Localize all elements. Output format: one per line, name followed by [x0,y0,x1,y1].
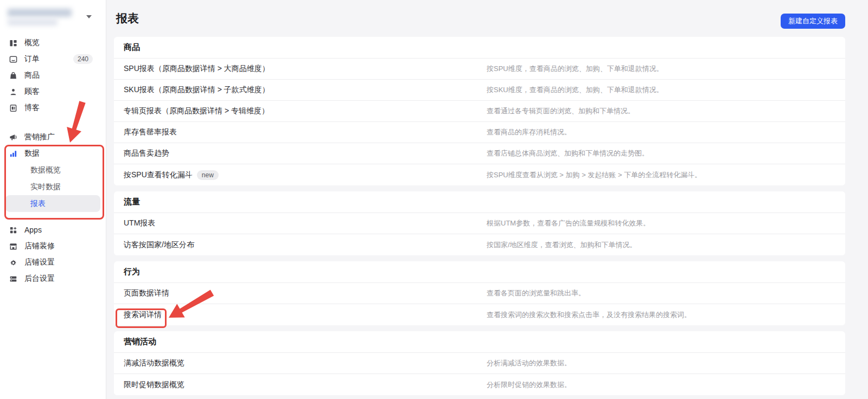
sidebar-group-divider [0,116,106,129]
sidebar-item-apps[interactable]: Apps [0,222,106,238]
report-desc: 按国家/地区维度，查看浏览、加购和下单情况。 [487,240,637,250]
report-section-products: 商品 SPU报表（原商品数据详情 > 大商品维度） 按SPU维度，查看商品的浏览… [114,37,845,185]
report-desc: 查看搜索词的搜索次数和搜索点击率，及没有搜索结果的搜索词。 [487,310,691,320]
sidebar-subitem-label: 报表 [30,199,46,209]
sidebar-subitem-label: 实时数据 [30,182,61,192]
sidebar-item-admin-settings[interactable]: 后台设置 [0,271,106,287]
store-logo-redacted [8,9,98,25]
sidebar-group-divider [0,212,106,222]
report-desc: 按SKU维度，查看商品的浏览、加购、下单和退款情况。 [487,85,663,95]
sidebar-item-label: 店铺设置 [24,258,55,267]
report-row-discount-campaign[interactable]: 满减活动数据概览 分析满减活动的效果数据。 [114,353,845,374]
create-custom-report-button[interactable]: 新建自定义报表 [781,14,845,29]
sidebar-item-label: 订单 [24,54,40,64]
storefront-icon [9,242,17,250]
store-switcher[interactable] [0,0,106,35]
gear-icon [9,258,17,267]
report-section-marketing-campaigns: 营销活动 满减活动数据概览 分析满减活动的效果数据。 限时促销数据概览 分析限时… [114,331,845,395]
sidebar-item-label: 商品 [24,70,40,80]
report-title: 按SPU查看转化漏斗 [124,170,193,180]
report-row-spu-funnel[interactable]: 按SPU查看转化漏斗 new 按SPU维度查看从浏览 > 加购 > 发起结账 >… [114,164,845,185]
apps-grid-icon [9,226,17,234]
sidebar-subitem-data-overview[interactable]: 数据概览 [0,162,106,178]
report-row-flash-sale[interactable]: 限时促销数据概览 分析限时促销的效果数据。 [114,374,845,395]
sidebar-item-customers[interactable]: 顾客 [0,83,106,100]
report-desc: 查看商品的库存消耗情况。 [487,127,571,137]
report-title: SKU报表（原商品数据详情 > 子款式维度） [124,85,270,95]
report-section-behavior: 行为 页面数据详情 查看各页面的浏览量和跳出率。 搜索词详情 查看搜索词的搜索次… [114,261,845,325]
report-desc: 按SPU维度查看从浏览 > 加购 > 发起结账 > 下单的全流程转化漏斗。 [487,170,701,180]
report-title: 页面数据详情 [124,288,169,298]
blog-icon [9,104,17,112]
sidebar-item-label: 概览 [24,38,40,48]
report-desc: 根据UTM参数，查看各广告的流量规模和转化效果。 [487,218,650,228]
sidebar-item-store-design[interactable]: 店铺装修 [0,238,106,254]
sidebar-item-products[interactable]: 商品 [0,67,106,83]
report-desc: 分析限时促销的效果数据。 [487,380,571,390]
sidebar-item-label: 店铺装修 [24,241,55,251]
sidebar-item-label: Apps [24,226,42,234]
sidebar-item-store-settings[interactable]: 店铺设置 [0,254,106,271]
sidebar-item-marketing[interactable]: 营销推广 [0,129,106,145]
new-badge: new [197,170,219,180]
report-desc: 查看店铺总体商品浏览、加购和下单情况的走势图。 [487,149,649,158]
main-content: 报表 新建自定义报表 商品 SPU报表（原商品数据详情 > 大商品维度） 按SP… [106,0,868,399]
report-section-traffic: 流量 UTM报表 根据UTM参数，查看各广告的流量规模和转化效果。 访客按国家/… [114,191,845,255]
report-desc: 分析满减活动的效果数据。 [487,358,571,368]
section-title: 流量 [114,191,845,213]
sidebar-subitem-label: 数据概览 [30,165,61,175]
sidebar-item-data[interactable]: 数据 [0,145,106,162]
report-title: SPU报表（原商品数据详情 > 大商品维度） [124,64,270,74]
report-title: 限时促销数据概览 [124,380,184,390]
sidebar-item-label: 营销推广 [24,132,55,142]
report-row-spu[interactable]: SPU报表（原商品数据详情 > 大商品维度） 按SPU维度，查看商品的浏览、加购… [114,59,845,80]
report-desc: 按SPU维度，查看商品的浏览、加购、下单和退款情况。 [487,64,663,74]
report-row-sellout-rate[interactable]: 库存售罄率报表 查看商品的库存消耗情况。 [114,122,845,143]
section-title: 商品 [114,37,845,59]
report-title: 满减活动数据概览 [124,358,184,368]
page-title: 报表 [114,12,845,25]
chevron-down-icon[interactable] [86,15,92,18]
sidebar-nav: 概览 订单 240 商品 顾客 [0,35,106,287]
app-root: 概览 订单 240 商品 顾客 [0,0,868,399]
report-row-sales-trend[interactable]: 商品售卖趋势 查看店铺总体商品浏览、加购和下单情况的走势图。 [114,143,845,164]
sidebar-item-overview[interactable]: 概览 [0,35,106,51]
server-icon [9,274,17,283]
report-row-sku[interactable]: SKU报表（原商品数据详情 > 子款式维度） 按SKU维度，查看商品的浏览、加购… [114,80,845,101]
sidebar: 概览 订单 240 商品 顾客 [0,0,106,399]
report-row-utm[interactable]: UTM报表 根据UTM参数，查看各广告的流量规模和转化效果。 [114,213,845,234]
products-icon [9,71,17,80]
report-title: 搜索词详情 [124,310,162,320]
sidebar-item-orders[interactable]: 订单 240 [0,51,106,67]
report-title: 专辑页报表（原商品数据详情 > 专辑维度） [124,106,269,116]
section-title: 行为 [114,261,845,283]
sidebar-subitem-reports[interactable]: 报表 [5,195,100,212]
section-title: 营销活动 [114,331,845,353]
report-row-page-data[interactable]: 页面数据详情 查看各页面的浏览量和跳出率。 [114,283,845,304]
report-desc: 查看各页面的浏览量和跳出率。 [487,288,585,298]
report-title: 访客按国家/地区分布 [124,240,194,250]
sidebar-item-label: 后台设置 [24,274,55,284]
dashboard-icon [9,38,17,47]
sidebar-item-label: 博客 [24,103,40,113]
report-row-collection-page[interactable]: 专辑页报表（原商品数据详情 > 专辑维度） 查看通过各专辑页面的浏览、加购和下单… [114,101,845,122]
sidebar-subitem-realtime-data[interactable]: 实时数据 [0,178,106,195]
orders-icon [9,55,17,63]
sidebar-item-label: 顾客 [24,87,40,96]
report-title: 库存售罄率报表 [124,127,177,137]
report-title: 商品售卖趋势 [124,149,169,158]
bar-chart-icon [9,149,17,158]
sidebar-item-blog[interactable]: 博客 [0,100,106,116]
orders-count-badge: 240 [73,54,93,64]
report-row-search-terms[interactable]: 搜索词详情 查看搜索词的搜索次数和搜索点击率，及没有搜索结果的搜索词。 [114,304,845,325]
report-desc: 查看通过各专辑页面的浏览、加购和下单情况。 [487,106,635,116]
customers-icon [9,87,17,96]
report-title: UTM报表 [124,218,155,228]
megaphone-icon [9,133,17,141]
report-row-visitors-by-region[interactable]: 访客按国家/地区分布 按国家/地区维度，查看浏览、加购和下单情况。 [114,234,845,255]
sidebar-item-label: 数据 [24,149,40,158]
